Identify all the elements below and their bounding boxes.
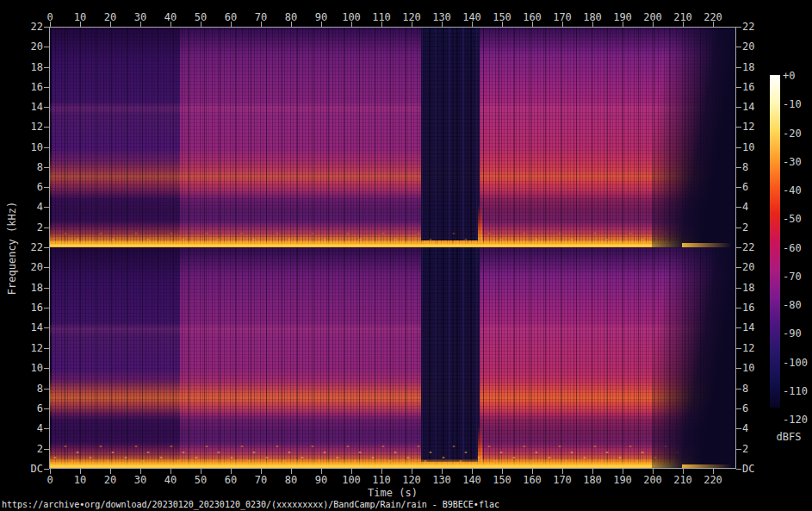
y-axis-tick-mark-left <box>44 147 49 148</box>
y-axis-tick-mark-right <box>736 267 741 268</box>
y-axis-tick-mark-left <box>44 227 49 228</box>
x-axis-tick-label-bottom: 50 <box>195 475 207 485</box>
y-axis-tick-label-right: 10 <box>742 142 754 153</box>
x-axis-tick-label-bottom: 120 <box>402 475 421 485</box>
fade-out-low-tail <box>682 464 732 469</box>
x-axis-tick-mark-top <box>50 22 51 27</box>
y-axis-tick-label-right: 14 <box>742 322 754 333</box>
y-axis-tick-mark-right <box>736 308 741 308</box>
low-frequency-band <box>49 459 736 469</box>
y-axis-tick-label-right: 16 <box>742 82 754 92</box>
y-axis-tick-label-right: 2 <box>742 222 748 233</box>
y-axis-tick-label-right: 2 <box>742 444 748 454</box>
x-axis-tick-mark-bottom <box>110 469 111 474</box>
y-axis-tick-label-right: 18 <box>742 283 754 293</box>
x-axis-tick-mark-top <box>351 22 352 27</box>
y-axis-tick-mark-left <box>44 408 49 409</box>
colorbar-unit-label: dBFS <box>770 432 808 442</box>
vertical-texture-overlay <box>49 27 736 247</box>
x-axis-tick-mark-top <box>412 22 412 27</box>
y-axis-tick-mark-left <box>44 368 49 369</box>
y-axis-tick-mark-right <box>736 408 741 409</box>
x-axis-tick-mark-bottom <box>321 469 322 474</box>
y-axis-tick-label-left: 8 <box>0 162 43 172</box>
spectrogram-lower-channel <box>49 247 736 469</box>
y-axis-tick-label-left: 2 <box>0 444 43 454</box>
x-axis-tick-label-bottom: 160 <box>523 475 542 485</box>
y-axis-tick-mark-right <box>736 368 741 369</box>
x-axis-tick-mark-bottom <box>351 469 352 474</box>
y-axis-tick-label-left: 4 <box>0 202 43 212</box>
colorbar-tick-label: +0 <box>783 71 795 81</box>
y-axis-tick-label-right: 12 <box>742 122 754 132</box>
x-axis-tick-mark-bottom <box>442 469 443 474</box>
colorbar-tick-label: -90 <box>783 328 802 339</box>
x-axis-tick-label-bottom: 150 <box>493 475 511 485</box>
y-axis-tick-label-right: 12 <box>742 343 754 353</box>
y-axis-tick-mark-right <box>736 67 741 68</box>
x-axis-tick-mark-top <box>321 22 322 27</box>
x-axis-tick-label-bottom: 40 <box>164 475 177 485</box>
x-axis-tick-mark-top <box>532 22 533 27</box>
x-axis-tick-mark-bottom <box>412 469 412 474</box>
y-axis-tick-mark-left <box>44 308 49 308</box>
y-axis-tick-mark-left <box>44 27 49 28</box>
y-axis-tick-mark-left <box>44 207 49 208</box>
colorbar-tick-label: -120 <box>783 414 808 425</box>
x-axis-tick-mark-top <box>381 22 382 27</box>
colorbar-tick-label: -10 <box>783 99 802 109</box>
vertical-texture-overlay <box>49 247 736 469</box>
x-axis-tick-mark-top <box>472 22 473 27</box>
low-frequency-band <box>49 240 736 247</box>
y-axis-tick-label-left: 18 <box>0 62 43 72</box>
y-axis-tick-label-left: 10 <box>0 142 43 153</box>
x-axis-tick-label-bottom: 100 <box>342 475 361 485</box>
colorbar-tick-label: -80 <box>783 300 802 310</box>
y-axis-tick-label-right: 20 <box>742 41 754 52</box>
y-axis-tick-mark-right <box>736 247 741 248</box>
y-axis-tick-mark-left <box>44 87 49 88</box>
x-axis-tick-mark-bottom <box>170 469 171 474</box>
x-axis-tick-mark-bottom <box>592 469 593 474</box>
y-axis-tick-mark-right <box>736 167 741 168</box>
x-axis-tick-mark-top <box>502 22 503 27</box>
x-axis-tick-label-bottom: 220 <box>704 475 722 485</box>
x-axis-tick-mark-top <box>592 22 593 27</box>
x-axis-tick-label-bottom: 60 <box>225 475 237 485</box>
x-axis-tick-label-bottom: 30 <box>134 475 146 485</box>
y-axis-tick-label-right: 4 <box>742 423 748 433</box>
y-axis-tick-mark-right <box>736 207 741 208</box>
y-axis-tick-label-left: 10 <box>0 363 43 373</box>
x-axis-tick-mark-bottom <box>472 469 473 474</box>
y-axis-tick-mark-right <box>736 107 741 108</box>
x-axis-tick-mark-bottom <box>231 469 232 474</box>
x-axis-tick-label-bottom: 200 <box>643 475 662 485</box>
x-axis-tick-label-bottom: 210 <box>673 475 692 485</box>
y-axis-tick-label-left: 12 <box>0 343 43 353</box>
y-axis-tick-label-left: 6 <box>0 182 43 192</box>
x-axis-tick-mark-bottom <box>140 469 141 474</box>
x-axis-tick-mark-top <box>623 22 623 27</box>
colorbar-tick-label: -20 <box>783 128 802 139</box>
y-axis-tick-label-right: 18 <box>742 62 754 72</box>
x-axis-tick-mark-top <box>201 22 201 27</box>
x-axis-tick-label-bottom: 190 <box>613 475 632 485</box>
y-axis-tick-label-right: 8 <box>742 383 748 394</box>
y-axis-tick-mark-right <box>736 469 741 470</box>
y-axis-tick-label-right: 4 <box>742 202 748 212</box>
y-axis-tick-label-right: 22 <box>742 242 754 252</box>
x-axis-tick-label-bottom: 110 <box>372 475 391 485</box>
y-axis-tick-mark-left <box>44 469 49 470</box>
colorbar-tick-label: -100 <box>783 358 808 368</box>
x-axis-tick-mark-bottom <box>653 469 654 474</box>
x-axis-tick-label-bottom: 140 <box>462 475 481 485</box>
y-axis-tick-mark-left <box>44 127 49 128</box>
y-axis-tick-label-left: 2 <box>0 222 43 233</box>
x-axis-tick-mark-top <box>442 22 443 27</box>
x-axis-tick-mark-top <box>291 22 292 27</box>
x-axis-tick-label-bottom: 130 <box>432 475 451 485</box>
x-axis-tick-mark-top <box>261 22 262 27</box>
y-axis-tick-mark-right <box>736 327 741 328</box>
colorbar-tick-label: -50 <box>783 214 802 224</box>
y-axis-tick-label-left: 18 <box>0 283 43 293</box>
